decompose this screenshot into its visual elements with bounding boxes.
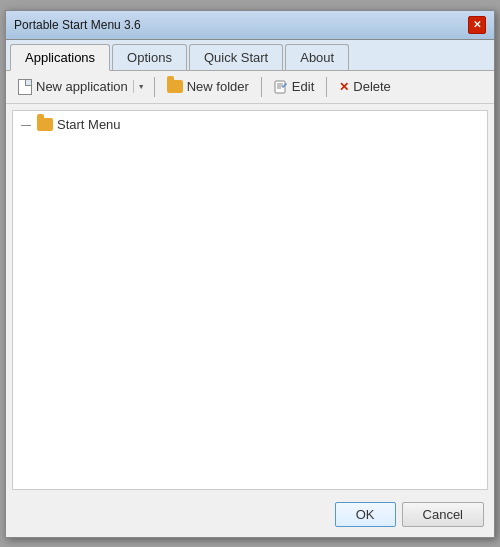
edit-icon	[274, 80, 288, 94]
delete-label: Delete	[353, 79, 391, 94]
tab-quick-start[interactable]: Quick Start	[189, 44, 283, 70]
new-folder-button[interactable]: New folder	[159, 75, 257, 98]
close-button[interactable]: ✕	[468, 16, 486, 34]
title-bar: Portable Start Menu 3.6 ✕	[6, 11, 494, 40]
tree-item-start-menu[interactable]: — Start Menu	[17, 115, 483, 134]
delete-icon: ✕	[339, 80, 349, 94]
ok-button[interactable]: OK	[335, 502, 396, 527]
toolbar-separator-1	[154, 77, 155, 97]
tab-applications[interactable]: Applications	[10, 44, 110, 71]
new-application-icon	[18, 79, 32, 95]
toolbar: New application ▼ New folder Edit	[6, 71, 494, 104]
tab-options[interactable]: Options	[112, 44, 187, 70]
new-folder-label: New folder	[187, 79, 249, 94]
new-application-split[interactable]: New application ▼	[12, 75, 150, 99]
tabs-bar: Applications Options Quick Start About	[6, 40, 494, 71]
edit-button[interactable]: Edit	[266, 75, 322, 98]
new-folder-icon	[167, 80, 183, 93]
start-menu-label: Start Menu	[57, 117, 121, 132]
new-application-label: New application	[36, 79, 128, 94]
main-window: Portable Start Menu 3.6 ✕ Applications O…	[5, 10, 495, 538]
toolbar-separator-2	[261, 77, 262, 97]
new-application-button[interactable]: New application	[13, 76, 133, 98]
toolbar-separator-3	[326, 77, 327, 97]
new-application-dropdown-button[interactable]: ▼	[133, 80, 149, 93]
start-menu-folder-icon	[37, 118, 53, 131]
tree-expand-icon: —	[21, 119, 33, 130]
cancel-button[interactable]: Cancel	[402, 502, 484, 527]
bottom-bar: OK Cancel	[6, 496, 494, 537]
delete-button[interactable]: ✕ Delete	[331, 75, 399, 98]
chevron-down-icon: ▼	[138, 83, 145, 90]
edit-label: Edit	[292, 79, 314, 94]
window-title: Portable Start Menu 3.6	[14, 18, 141, 32]
content-area: — Start Menu	[12, 110, 488, 490]
tab-about[interactable]: About	[285, 44, 349, 70]
